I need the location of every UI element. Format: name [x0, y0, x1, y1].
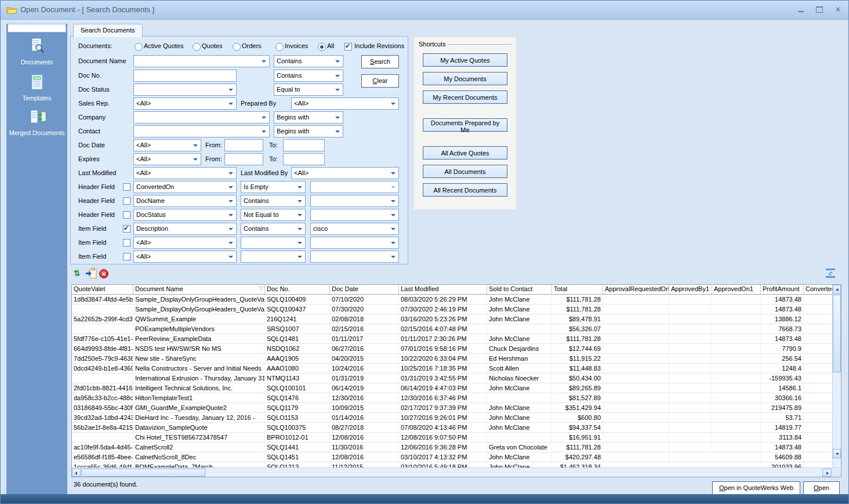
- doc-date-from-input[interactable]: [224, 139, 263, 151]
- radio-active-quotes[interactable]: [135, 43, 143, 51]
- table-row[interactable]: 1ccca65c-36d6-494fBOMExampleData_7MarchS…: [72, 462, 832, 467]
- sidebar-item-merged-documents[interactable]: Merged Documents: [6, 107, 67, 136]
- contact-operator-combo[interactable]: Begins with: [274, 125, 343, 137]
- scroll-left-button[interactable]: [72, 469, 81, 477]
- doc-no-input[interactable]: [133, 70, 237, 82]
- item-field-1-checkbox[interactable]: [123, 225, 130, 233]
- search-button[interactable]: Search: [361, 55, 399, 68]
- header-field-2-operator-combo[interactable]: Contains: [241, 195, 306, 207]
- shortcut-my-documents-button[interactable]: My Documents: [423, 72, 507, 85]
- delete-icon[interactable]: ✕: [99, 269, 108, 278]
- expires-combo[interactable]: <All>: [133, 153, 201, 165]
- radio-orders[interactable]: [233, 43, 241, 51]
- panel-toggle-icon[interactable]: [824, 267, 837, 280]
- header-field-2-value-combo[interactable]: [310, 195, 399, 207]
- minimize-button[interactable]: [796, 5, 806, 14]
- doc-no-operator-combo[interactable]: Contains: [274, 70, 343, 82]
- scroll-right-button[interactable]: [822, 469, 832, 477]
- radio-quotes[interactable]: [193, 43, 201, 51]
- table-row[interactable]: 5a22652b-299f-4cd3QWSummit_Example216Q12…: [72, 314, 832, 324]
- table-row[interactable]: Sample_DisplayOnlyGroupHeaders_QuoteVale…: [72, 304, 832, 314]
- table-row[interactable]: POExampleMultipleVendorsSRSQ100702/15/20…: [72, 324, 832, 334]
- item-field-2-checkbox[interactable]: [123, 239, 130, 246]
- column-header-approvalrequestedon[interactable]: ApprovalRequestedOn: [603, 285, 669, 294]
- vertical-scroll-thumb[interactable]: [833, 295, 841, 372]
- last-modified-by-combo[interactable]: <All>: [291, 167, 399, 179]
- vertical-scrollbar[interactable]: [832, 285, 841, 467]
- scroll-down-button[interactable]: [833, 449, 841, 458]
- shortcut-all-recent-documents-button[interactable]: All Recent Documents: [423, 183, 507, 197]
- item-field-3-value-combo[interactable]: [310, 251, 399, 263]
- item-field-2-value-combo[interactable]: [310, 237, 399, 249]
- item-field-1-operator-combo[interactable]: Contains: [241, 223, 306, 235]
- header-field-3-operator-combo[interactable]: Not Equal to: [241, 209, 306, 221]
- column-header-document-name[interactable]: Document Name▽: [133, 285, 265, 294]
- last-modified-combo[interactable]: <All>: [133, 167, 237, 179]
- table-row[interactable]: da958c33-b2cc-488cHiltonTemplateTest1SQL…: [72, 393, 832, 403]
- column-header-profitamount[interactable]: ProfitAmount: [761, 285, 804, 294]
- table-row[interactable]: Chi Hotel_TEST9856723478547BPRO1012-0112…: [72, 433, 832, 443]
- sidebar-item-templates[interactable]: Templates: [6, 72, 67, 101]
- radio-invoices[interactable]: [275, 43, 284, 51]
- radio-all[interactable]: [318, 43, 326, 51]
- document-name-operator-combo[interactable]: Contains: [274, 55, 343, 67]
- sales-rep-combo[interactable]: <All>: [133, 97, 237, 110]
- column-header-approvedon1[interactable]: ApprovedOn1: [712, 285, 761, 294]
- column-header-quotevalet[interactable]: QuoteValet: [72, 285, 133, 294]
- shortcut-my-recent-documents-button[interactable]: My Recent Documents: [423, 90, 507, 104]
- prepared-by-combo[interactable]: <All>: [291, 97, 399, 110]
- open-in-quotewerks-web-button[interactable]: Open in QuoteWerks Web: [712, 481, 800, 495]
- clear-button[interactable]: Clear: [361, 74, 399, 88]
- table-row[interactable]: ac10fe9f-5da4-4d45-CalnetScroll2SQLQ1441…: [72, 443, 832, 452]
- item-field-1-value-combo[interactable]: cisco: [310, 223, 399, 235]
- item-field-2-combo[interactable]: <All>: [133, 237, 237, 249]
- header-field-1-operator-combo[interactable]: Is Empty: [241, 181, 306, 193]
- table-row[interactable]: 5fdf776e-c105-41e1-PeerReview_ExampleDat…: [72, 334, 832, 344]
- tab-search-documents[interactable]: Search Documents: [73, 24, 143, 38]
- header-field-1-checkbox[interactable]: [123, 183, 130, 191]
- column-header-sold-to-contact[interactable]: Sold to Contact: [487, 285, 552, 294]
- company-operator-combo[interactable]: Begins with: [274, 111, 343, 124]
- maximize-button[interactable]: [815, 5, 824, 14]
- horizontal-scrollbar[interactable]: [72, 467, 841, 477]
- company-combo[interactable]: [133, 111, 270, 124]
- table-row[interactable]: 0dcd4249-b1e8-4360Nella Constructors - S…: [72, 364, 832, 374]
- open-button[interactable]: Open: [803, 481, 840, 495]
- header-field-2-combo[interactable]: DocName: [133, 195, 237, 207]
- table-row[interactable]: 56b2ae1f-8e8a-4215Datavizion_SampleQuote…: [72, 423, 832, 433]
- header-field-1-combo[interactable]: ConvertedOn: [133, 181, 237, 193]
- doc-date-combo[interactable]: <All>: [133, 139, 201, 151]
- item-field-3-operator-combo[interactable]: [241, 251, 306, 263]
- table-row[interactable]: 2fd01cbb-8821-4416Intelligent Technical …: [72, 383, 832, 393]
- column-header-last-modified[interactable]: Last Modified: [399, 285, 487, 294]
- doc-status-combo[interactable]: [133, 84, 237, 96]
- column-header-total[interactable]: Total: [552, 285, 603, 294]
- item-field-3-checkbox[interactable]: [123, 253, 130, 260]
- column-header-doc-date[interactable]: Doc Date: [330, 285, 399, 294]
- doc-date-to-input[interactable]: [283, 139, 325, 151]
- expires-to-input[interactable]: [283, 153, 325, 165]
- table-row[interactable]: 1d8d3847-4fdd-4e5bSample_DisplayOnlyGrou…: [72, 295, 832, 304]
- refresh-icon[interactable]: ⇅: [74, 269, 81, 278]
- header-field-2-checkbox[interactable]: [123, 197, 130, 205]
- table-row[interactable]: 7dd250e5-79c9-4638New site - ShareSyncAA…: [72, 354, 832, 364]
- shortcut-all-active-quotes-button[interactable]: All Active Quotes: [423, 146, 507, 159]
- table-row[interactable]: 664d9993-8fde-4f81-NSDS test HW/SW/SR No…: [72, 344, 832, 354]
- table-row[interactable]: e56586df-f185-4bee-CalnetNoScroll_8DecSQ…: [72, 452, 832, 462]
- item-field-2-operator-combo[interactable]: [241, 237, 306, 249]
- paste-icon[interactable]: [85, 267, 97, 281]
- column-header-doc-no[interactable]: Doc No.: [265, 285, 330, 294]
- item-field-3-combo[interactable]: <All>: [133, 251, 237, 263]
- header-field-3-value-combo[interactable]: [310, 209, 399, 221]
- doc-status-operator-combo[interactable]: Equal to: [274, 84, 343, 96]
- horizontal-scroll-thumb[interactable]: [81, 469, 205, 477]
- column-header-converted[interactable]: Converted: [804, 285, 832, 294]
- table-row[interactable]: 39cd32ad-1dbd-4243DieHard Inc - Tuesday,…: [72, 413, 832, 423]
- shortcut-documents-prepared-by-me-button[interactable]: Documents Prepared by Me: [423, 118, 507, 132]
- include-revisions-checkbox[interactable]: [344, 43, 352, 50]
- column-header-approvedby1[interactable]: ApprovedBy1: [669, 285, 712, 294]
- table-row[interactable]: International Extrusion - Thursday, Janu…: [72, 374, 832, 383]
- item-field-1-combo[interactable]: Description: [133, 223, 237, 235]
- scroll-up-button[interactable]: [833, 285, 841, 294]
- shortcut-my-active-quotes-button[interactable]: My Active Quotes: [423, 53, 507, 67]
